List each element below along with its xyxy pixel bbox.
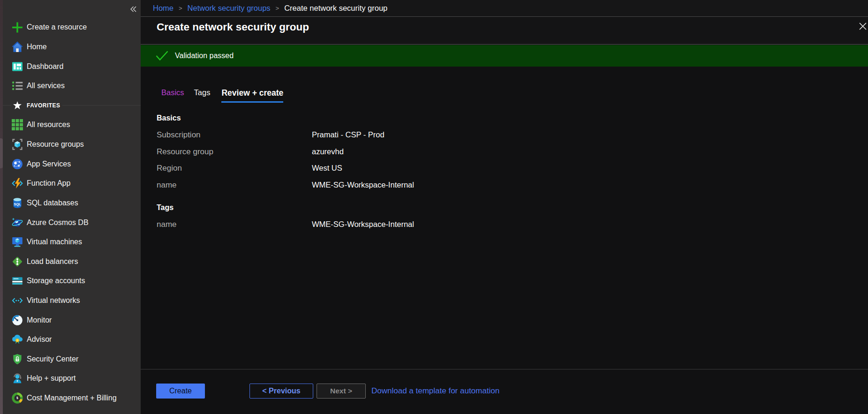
svg-text:SQL: SQL	[14, 202, 21, 206]
svg-text:$: $	[16, 396, 18, 400]
